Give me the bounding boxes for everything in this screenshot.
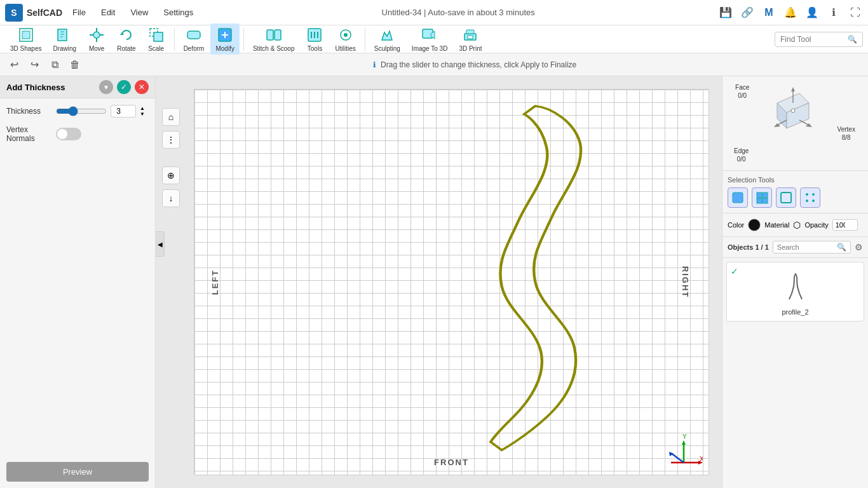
view-menu-button[interactable]: ⋮ [162, 131, 180, 149]
menu-settings[interactable]: Settings [158, 5, 198, 20]
toolbar-image-to-3d[interactable]: Image To 3D [407, 24, 453, 55]
thickness-increment[interactable]: ▲ [140, 106, 145, 111]
objects-settings-icon[interactable]: ⚙ [855, 242, 863, 252]
share-icon[interactable]: 🔗 [740, 5, 755, 20]
thickness-decrement[interactable]: ▼ [140, 112, 145, 117]
logo-text: SelfCAD [27, 8, 62, 18]
thickness-row: Thickness ▲ ▼ [6, 105, 149, 118]
navigate-button[interactable]: ⊕ [162, 166, 180, 184]
shapes-3d-icon [17, 26, 35, 44]
toolbar-deform[interactable]: Deform [179, 24, 210, 55]
divider-3 [365, 28, 365, 51]
toolbar-scale[interactable]: Scale [142, 24, 170, 55]
undo-button[interactable]: ↩ [5, 56, 23, 74]
menu-view[interactable]: View [125, 5, 153, 20]
vertex-normals-row: Vertex Normals [6, 125, 149, 143]
panel-collapse-button[interactable]: ▼ [99, 80, 113, 94]
svg-point-56 [812, 193, 815, 196]
navigate-down-button[interactable]: ↓ [162, 189, 180, 207]
toolbar-3d-shapes[interactable]: 3D Shapes [5, 24, 46, 55]
axes-indicator: Y X [665, 431, 703, 469]
canvas-area: LEFT RIGHT FRONT [194, 89, 709, 475]
left-panel-collapse-arrow[interactable]: ◀ [156, 231, 165, 257]
svg-point-6 [93, 32, 100, 38]
panel-close-button[interactable]: ✕ [135, 80, 149, 94]
title-bar: Untitled-34 | Auto-save in about 3 minut… [203, 8, 713, 17]
user-icon[interactable]: 👤 [804, 5, 820, 20]
objects-list: ✓ profile_2 [722, 258, 868, 488]
color-swatch[interactable] [748, 219, 761, 231]
objects-search[interactable]: 🔍 [773, 241, 851, 254]
sel-face-button[interactable] [728, 187, 748, 208]
right-panel: Face 0/0 [722, 76, 868, 488]
view-controls-left: ⌂ ⋮ ⊕ ↓ [162, 108, 180, 207]
toolbar-stitch-scoop[interactable]: Stitch & Scoop [248, 24, 300, 55]
toolbar-modify[interactable]: Modify [210, 24, 239, 55]
toolbar-utilities[interactable]: Utilities [330, 24, 360, 55]
menu-file[interactable]: File [67, 5, 91, 20]
svg-rect-29 [468, 36, 473, 39]
material-icon[interactable]: ⬡ [793, 220, 801, 230]
opacity-label: Opacity [804, 221, 828, 229]
svg-marker-32 [682, 440, 686, 445]
image-to-3d-icon [421, 26, 438, 44]
svg-marker-38 [669, 452, 674, 456]
svg-rect-54 [781, 193, 791, 203]
delete-button[interactable]: 🗑 [66, 56, 84, 74]
home-view-button[interactable]: ⌂ [162, 108, 180, 126]
svg-rect-2 [58, 29, 67, 41]
save-icon[interactable]: 💾 [718, 5, 733, 20]
panel-title: Add Thickness [6, 83, 95, 92]
objects-panel: Objects 1 / 1 🔍 ⚙ ✓ profile_2 [722, 237, 868, 488]
svg-rect-53 [763, 198, 768, 203]
fullscreen-icon[interactable]: ⛶ [848, 5, 863, 20]
preview-button[interactable]: Preview [6, 462, 149, 482]
redo-button[interactable]: ↪ [25, 56, 43, 74]
thickness-label: Thickness [6, 107, 51, 116]
info-icon[interactable]: ℹ [826, 5, 841, 20]
copy-button[interactable]: ⧉ [46, 56, 64, 74]
opacity-input[interactable] [832, 219, 858, 231]
sel-vertex-button[interactable] [800, 187, 820, 208]
svg-marker-11 [120, 32, 124, 35]
svg-rect-13 [154, 32, 163, 41]
toolbar-rotate[interactable]: Rotate [112, 24, 140, 55]
vertex-normals-label: Vertex Normals [6, 125, 51, 143]
search-icon: 🔍 [848, 35, 857, 44]
object-item[interactable]: ✓ profile_2 [726, 262, 864, 322]
toolbar-drawing[interactable]: Drawing [48, 24, 81, 55]
sel-edge-button[interactable] [776, 187, 796, 208]
scale-icon [147, 26, 165, 44]
panel-confirm-button[interactable]: ✓ [117, 80, 131, 94]
svg-rect-14 [187, 31, 200, 39]
find-tool-input[interactable] [780, 35, 844, 44]
svg-rect-51 [763, 193, 768, 198]
object-preview [770, 268, 821, 306]
vertex-normals-toggle[interactable] [56, 128, 81, 140]
thickness-number-input[interactable] [111, 105, 136, 118]
print-3d-icon [461, 26, 479, 44]
viewport: ⌂ ⋮ ⊕ ↓ TOP LEFT RIGHT FRONT [156, 76, 722, 488]
toolbar-tools[interactable]: Tools [301, 24, 329, 55]
toolbar-3d-print[interactable]: 3D Print [454, 24, 487, 55]
m-icon[interactable]: M [761, 5, 776, 20]
toolbar-sculpting[interactable]: Sculpting [369, 24, 405, 55]
selection-tools-title: Selection Tools [728, 176, 863, 184]
objects-title: Objects 1 / 1 [728, 243, 769, 251]
find-tool-search[interactable]: 🔍 [775, 32, 863, 47]
bell-icon[interactable]: 🔔 [783, 5, 798, 20]
svg-rect-28 [466, 30, 474, 34]
svg-point-55 [806, 193, 808, 196]
edge-indicator: Edge 0/0 [734, 147, 749, 163]
svg-point-48 [791, 109, 795, 112]
svg-marker-43 [791, 87, 795, 92]
sel-multi-button[interactable] [752, 187, 772, 208]
utilities-icon [337, 26, 355, 44]
selection-tools: Selection Tools [722, 171, 868, 214]
thickness-slider[interactable] [56, 106, 107, 116]
toolbar-move[interactable]: Move [83, 24, 111, 55]
svg-point-58 [812, 200, 815, 202]
svg-point-57 [806, 200, 808, 202]
objects-search-input[interactable] [777, 243, 834, 251]
menu-edit[interactable]: Edit [96, 5, 120, 20]
